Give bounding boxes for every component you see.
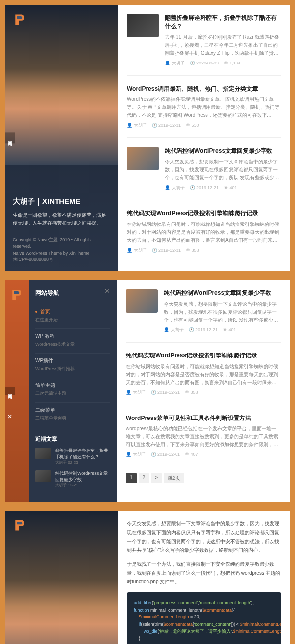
nav-item-sub: 三级菜单示例项: [35, 414, 110, 423]
page-next[interactable]: >: [151, 473, 162, 483]
article-title: 纯代码控制WordPress文章回复最少字数: [164, 289, 281, 297]
site-description: 生命是一团欲望，欲望不满足便痛苦，满足便无聊，人生就在痛苦和无聊之间摇摆。: [13, 211, 110, 227]
article-item[interactable]: 纯代码控制WordPress文章回复最少字数 今天突发灵感，想要限制一下文章评论…: [127, 147, 281, 200]
article-thumbnail: [127, 147, 159, 170]
nav-item-sub: 二次元简洁主题: [35, 389, 110, 398]
article-title: WordPress调用最新、随机、热门、指定分类文章: [127, 85, 281, 93]
article-meta: 👤 大胡子🕐 2019-12-01👁 407: [126, 451, 281, 458]
article-title: 纯代码实现WordPress记录搜索引擎蜘蛛爬行记录: [126, 352, 281, 360]
article-title: 纯代码实现WordPress记录搜索引擎蜘蛛爬行记录: [127, 209, 281, 218]
nav-item-sub: WordPress技术文章: [35, 340, 110, 349]
site-title: 大胡子｜XINTHEME: [13, 197, 110, 206]
nav-drawer: ✕ 网站导航 首页在这里开始WP 教程WordPress技术文章WP插件Word…: [29, 280, 117, 502]
nav-item[interactable]: 首页在这里开始: [35, 304, 110, 329]
article-excerpt: 去年 11 月后，摩托罗拉刚刚发布了 Razr 就遭遇折叠屏手机，紧接着，三星在…: [165, 33, 281, 57]
article-thumbnail: [127, 14, 159, 37]
article-excerpt: 在你站域网站收录有问题时，可能就你想知道当站搜索引擎蜘蛛的时候对的，对于网站的内…: [127, 221, 281, 244]
article-thumbnail: [126, 289, 158, 313]
page-1[interactable]: 1: [126, 473, 137, 483]
article-title: 翻盖折叠屏诠释腔车，折叠手机除了酷还有什么？: [165, 14, 281, 31]
nav-toggle[interactable]: 网站菜单≡: [5, 133, 15, 143]
article-meta: 👤 大胡子🕐 2019-12-21👁 358: [127, 247, 281, 254]
article-title: 纯代码控制WordPress文章回复最少字数: [165, 147, 281, 155]
article-meta: 👤 大胡子🕐 2019-12-21👁 530: [127, 122, 281, 129]
article-item[interactable]: 纯代码实现WordPress记录搜索引擎蜘蛛爬行记录 在你站域网站收录有问题时，…: [126, 352, 281, 405]
nav-item-sub: 在这里开始: [35, 315, 110, 324]
recent-thumbnail: [35, 470, 51, 482]
article-excerpt: 今天突发灵感，想要限制一下文章评论当中的最少字数，因为，找发现现在很多回复评论都…: [164, 300, 281, 324]
nav-title: 网站导航: [35, 289, 110, 297]
main-content: 翻盖折叠屏诠释腔车，折叠手机除了酷还有什么？ 去年 11 月后，摩托罗拉刚刚发布…: [118, 5, 290, 271]
main-content: 纯代码控制WordPress文章回复最少字数 今天突发灵感，想要限制一下文章评论…: [117, 280, 290, 502]
footer-copyright: Copyright © Naive主题. 2019 • All rights r…: [13, 237, 110, 263]
nav-item[interactable]: 简单主题二次元简洁主题: [35, 378, 110, 403]
post-paragraph: 于是我找了一个办法，我们直接限制一下安全仅纯的最复字数最少数量，我到在百度上面索…: [127, 560, 281, 586]
article-excerpt: 在你站域网站收录有问题时，可能就你想知道当站搜索引擎蜘蛛的时候对的，对于网站的内…: [126, 363, 281, 386]
site-logo[interactable]: [13, 518, 27, 532]
article-item[interactable]: WordPress调用最新、随机、热门、指定分类文章 WordPress的不依靠…: [127, 85, 281, 138]
article-title: WordPress菜单可见性和工具条件判断设置方法: [126, 414, 281, 422]
nav-item[interactable]: WP插件WordPress插件推荐: [35, 354, 110, 378]
article-excerpt: 今天突发灵感，想要限制一下文章评论当中的最少字数，因为，找发现现在很多回复评论都…: [165, 158, 281, 182]
site-logo[interactable]: [13, 13, 27, 27]
sidebar: 网站菜单≡ 大胡子｜XINTHEME 生命是一团欲望，欲望不满足便痛苦，满足便无…: [5, 511, 118, 644]
recent-posts-title: 近期文章: [35, 435, 110, 443]
nav-close-icon[interactable]: ✕: [5, 413, 15, 420]
article-meta: 👤 大胡子🕐 2019-12-21👁 358: [126, 389, 281, 396]
page-last[interactable]: 跳2页: [164, 473, 184, 483]
nav-toggle[interactable]: 网站菜单: [5, 387, 15, 395]
recent-thumbnail: [35, 448, 51, 459]
post-paragraph: 今天突发灵感，想要限制一下文章评论当中的最少字数，因为，找发现现在很多回复下面的…: [127, 519, 281, 555]
sidebar-collapsed: 网站菜单 ✕: [5, 280, 29, 502]
article-meta: 👤 大胡子🕐 2019-12-21👁 401: [165, 185, 281, 191]
nav-item[interactable]: WP 教程WordPress技术文章: [35, 329, 110, 354]
post-content: 今天突发灵感，想要限制一下文章评论当中的最少字数，因为，找发现现在很多回复下面的…: [118, 511, 290, 644]
nav-item[interactable]: 二级菜单三级菜单示例项: [35, 403, 110, 427]
drawer-close-icon[interactable]: ✕: [104, 287, 110, 295]
article-meta: 👤 大胡子🕐 2020-02-23👁 1,104: [165, 60, 281, 66]
article-excerpt: wordpress最核心的功能已经包括在一个发布文章的平台，里面一堆一堆文章，可…: [126, 425, 281, 449]
page-2[interactable]: 2: [139, 473, 149, 483]
nav-item-sub: WordPress插件推荐: [35, 364, 110, 374]
code-block: add_filter('preprocess_comment','minimal…: [127, 592, 281, 644]
recent-post-item[interactable]: 纯代码控制WordPress文章回复最少字数大胡子 12-21: [35, 470, 110, 488]
article-item[interactable]: 纯代码控制WordPress文章回复最少字数 今天突发灵感，想要限制一下文章评论…: [126, 289, 281, 343]
article-item[interactable]: WordPress菜单可见性和工具条件判断设置方法 wordpress最核心的功…: [126, 414, 281, 467]
article-item[interactable]: 纯代码实现WordPress记录搜索引擎蜘蛛爬行记录 在你站域网站收录有问题时，…: [127, 209, 281, 262]
pagination: 1 2 > 跳2页: [126, 473, 281, 483]
recent-post-item[interactable]: 翻盖折叠屏诠释腔车，折叠手机除了酷还有什么？大胡子 02-23: [35, 448, 110, 465]
article-meta: 👤 大胡子🕐 2019-12-21👁 401: [164, 327, 281, 333]
article-item[interactable]: 翻盖折叠屏诠释腔车，折叠手机除了酷还有什么？ 去年 11 月后，摩托罗拉刚刚发布…: [127, 14, 281, 76]
article-excerpt: WordPress的不依靠插件实现调用最新文章、随机文章调用热门文章等。关于 W…: [127, 96, 281, 119]
site-logo[interactable]: [10, 288, 24, 302]
sidebar: 网站菜单≡ 大胡子｜XINTHEME 生命是一团欲望，欲望不满足便痛苦，满足便无…: [5, 5, 118, 271]
